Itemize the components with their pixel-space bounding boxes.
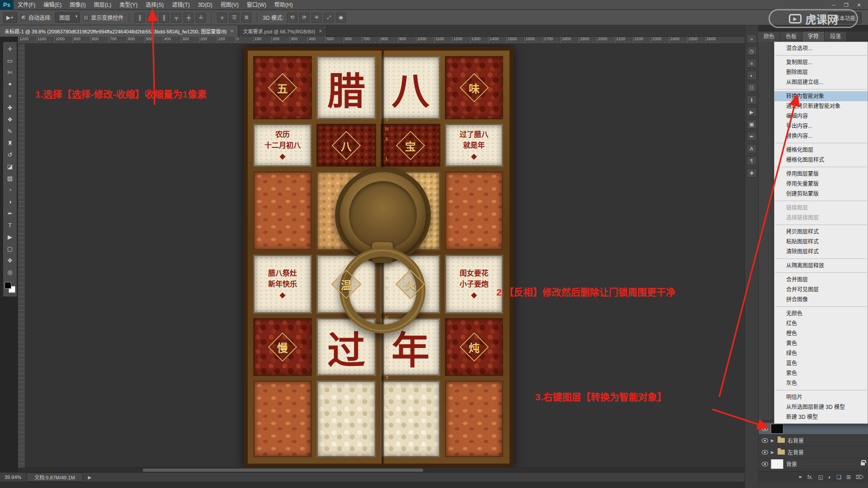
auto-select-target-dropdown[interactable]: 图层 (55, 12, 80, 23)
context-menu-item[interactable]: 绿色 (774, 348, 868, 358)
document-tab[interactable]: 文案要求.psd @ 66.7%(RGB/8#) × (238, 25, 327, 37)
gradient-tool[interactable]: ▧ (4, 173, 16, 184)
properties-panel-icon[interactable]: ≡ (747, 59, 757, 68)
pen-tool[interactable]: ✒ (4, 208, 16, 219)
dodge-tool[interactable]: ◑ (4, 196, 16, 207)
visibility-eye-icon[interactable] (762, 427, 768, 431)
show-transform-checkbox[interactable] (83, 15, 89, 20)
status-expand-icon[interactable]: ▶ (88, 475, 92, 480)
link-layers-icon[interactable]: ⚭ (798, 474, 802, 480)
panel-tab[interactable]: 字符 (802, 32, 825, 42)
menu-item[interactable]: 图层(L) (90, 0, 116, 10)
layer-row-group[interactable]: ▶ 左背景 (759, 446, 868, 458)
context-menu-item[interactable] (775, 390, 867, 390)
context-menu-item[interactable]: 合并可见图层 (774, 285, 868, 295)
context-menu-item[interactable]: 链接图层 (774, 203, 868, 213)
zoom-level[interactable]: 39.84% (5, 474, 21, 480)
context-menu-item[interactable]: 新建 3D 模型 (774, 412, 868, 422)
context-menu-item[interactable]: 清除图层样式 (774, 247, 868, 257)
context-menu-item[interactable]: 创建剪贴蒙版 (774, 189, 868, 199)
align-top-icon[interactable]: ╤ (171, 13, 181, 23)
visibility-eye-icon[interactable] (762, 450, 768, 455)
context-menu-item[interactable] (775, 272, 867, 273)
move-tool[interactable]: ✛ (4, 43, 16, 55)
collapse-panels-icon[interactable]: » (747, 34, 757, 43)
3d-scale-icon[interactable]: ◉ (336, 13, 346, 23)
visibility-eye-icon[interactable] (762, 438, 768, 443)
context-menu-item[interactable]: 紫色 (774, 368, 868, 378)
menu-item[interactable]: 3D(D) (194, 0, 217, 10)
layer-row-background[interactable]: 背景 (759, 458, 868, 470)
context-menu-item[interactable]: 栅格化图层样式 (774, 155, 868, 165)
context-menu-item[interactable]: 从图层建立组... (774, 77, 868, 87)
zoom-tool[interactable]: ◎ (4, 267, 16, 278)
adjustment-layer-icon[interactable]: ◐ (828, 474, 831, 480)
context-menu-item[interactable]: 黄色 (774, 338, 868, 348)
current-tool-icon[interactable]: ▶+ (3, 12, 17, 23)
show-transform-option[interactable]: 显示变换控件 (83, 14, 123, 21)
delete-layer-icon[interactable]: ⌦ (856, 474, 863, 480)
menu-item[interactable]: 帮助(H) (270, 0, 297, 10)
canvas-area[interactable]: 五 腊 八 味 农历 十二月初八 ◆ 八 宝 过了腊八 就是年 ◆ 腊八祭灶 新… (25, 44, 745, 468)
restore-button[interactable]: ❐ (840, 0, 853, 10)
context-menu-item[interactable]: 编辑内容 (774, 111, 868, 121)
context-menu-item[interactable]: 停用图层蒙版 (774, 169, 868, 179)
align-center-h-icon[interactable]: ╫ (147, 13, 157, 23)
tab-close-icon[interactable]: × (230, 28, 233, 34)
context-menu-item[interactable]: 从隔离图层释放 (774, 261, 868, 271)
align-right-icon[interactable]: ╢ (159, 13, 169, 23)
paths-panel-icon[interactable]: ✒ (747, 132, 757, 141)
paragraph-panel-icon[interactable]: ¶ (747, 156, 757, 165)
context-menu-item[interactable]: 蓝色 (774, 358, 868, 368)
context-menu-item[interactable]: 拼合图像 (774, 295, 868, 305)
align-bottom-icon[interactable]: ╧ (196, 13, 206, 23)
layer-row-group[interactable]: ▶ 右背景 (759, 435, 868, 446)
context-menu-item[interactable]: 明信片 (774, 392, 868, 402)
context-menu-item[interactable]: 拷贝图层样式 (774, 227, 868, 237)
lasso-tool[interactable]: ✄ (4, 67, 16, 78)
context-menu-item[interactable]: 替换内容... (774, 131, 868, 141)
3d-drag-icon[interactable]: ✛ (311, 13, 321, 23)
channels-panel-icon[interactable]: ☷ (747, 83, 757, 92)
crop-tool[interactable]: ⌖ (4, 90, 16, 102)
context-menu-item[interactable]: 红色 (774, 319, 868, 328)
minimize-button[interactable]: ─ (827, 0, 840, 10)
expand-triangle-icon[interactable]: ▶ (771, 438, 775, 443)
panel-tab[interactable]: 颜色 (758, 32, 780, 42)
3d-slide-icon[interactable]: ⤢ (324, 13, 334, 23)
panel-tab[interactable]: 色板 (780, 32, 802, 42)
horizontal-scrollbar[interactable] (25, 467, 745, 472)
context-menu-item[interactable]: 灰色 (774, 378, 868, 388)
context-menu-item[interactable] (775, 201, 867, 201)
history-panel-icon[interactable]: ◷ (747, 47, 757, 56)
context-menu-item[interactable] (775, 143, 867, 143)
context-menu-item[interactable]: 混合选项... (774, 43, 868, 53)
context-menu-item[interactable] (775, 89, 867, 89)
expand-triangle-icon[interactable]: ▶ (771, 450, 775, 455)
menu-item[interactable]: 图像(I) (66, 0, 90, 10)
context-menu-item[interactable]: 合并图层 (774, 275, 868, 285)
menu-item[interactable]: 滤镜(T) (168, 0, 193, 10)
3d-rotate-icon[interactable]: ⟲ (287, 13, 297, 23)
color-swatches[interactable] (5, 282, 15, 293)
context-menu-item[interactable]: 导出内容... (774, 121, 868, 131)
context-menu-item[interactable]: 无颜色 (774, 309, 868, 319)
workspace-switcher-button[interactable]: 基本功能 (828, 12, 862, 23)
actions-panel-icon[interactable]: ▶ (747, 108, 757, 117)
visibility-eye-icon[interactable] (762, 462, 768, 466)
layer-mask-icon[interactable]: ◱ (818, 474, 823, 480)
context-menu-item[interactable]: 停用矢量蒙版 (774, 179, 868, 189)
context-menu-item[interactable] (775, 306, 867, 307)
layer-thumbnail[interactable] (771, 459, 783, 469)
menu-item[interactable]: 窗口(W) (243, 0, 270, 10)
adjustments-panel-icon[interactable]: ◐ (747, 71, 757, 80)
info-panel-icon[interactable]: ℹ (747, 95, 757, 104)
type-tool[interactable]: T (4, 220, 16, 231)
blur-tool[interactable]: ◔ (4, 184, 16, 196)
clone-stamp-tool[interactable]: ♜ (4, 137, 16, 149)
context-menu-item[interactable]: 删除图层 (774, 67, 868, 77)
context-menu-item[interactable]: 从所选图层新建 3D 模型 (774, 402, 868, 412)
document-tab-active[interactable]: 未标题-1 @ 39.8% (20983780d6319620ffe994ffa… (0, 25, 238, 37)
context-menu-item[interactable]: 橙色 (774, 328, 868, 338)
auto-select-checkbox[interactable] (21, 15, 26, 20)
